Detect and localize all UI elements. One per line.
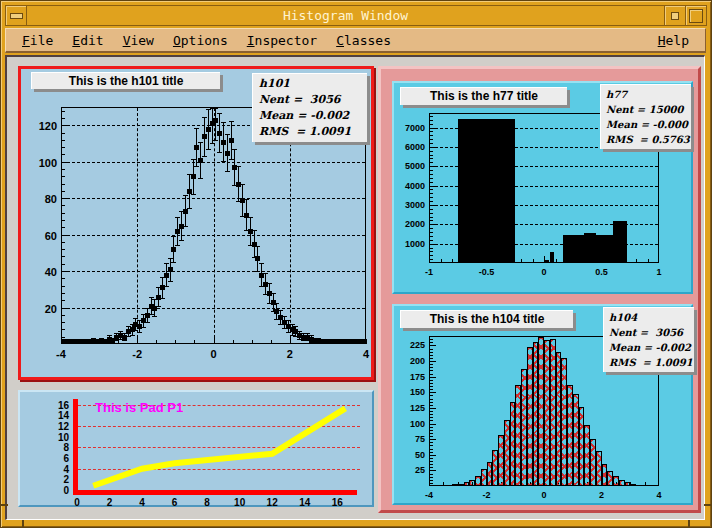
menu-bar: File Edit View Options Inspector Classes… bbox=[5, 28, 706, 53]
tick bbox=[430, 240, 433, 241]
h77-title-box[interactable]: This is the h77 title bbox=[400, 87, 567, 105]
tick bbox=[62, 133, 65, 134]
menu-edit[interactable]: Edit bbox=[72, 33, 103, 48]
pad-p1[interactable]: This is Pad P1 0246810121416024681012141… bbox=[18, 390, 374, 507]
ecap bbox=[202, 156, 207, 157]
tick bbox=[156, 340, 157, 343]
ticklabel: 40 bbox=[17, 266, 57, 278]
tick bbox=[62, 242, 65, 243]
h77-stats-box[interactable]: h77 Nent = 15000 Mean = -0.000 RMS = 0.5… bbox=[600, 84, 691, 149]
bar bbox=[596, 235, 613, 262]
tick bbox=[430, 392, 436, 393]
frame-notch[interactable] bbox=[688, 520, 690, 527]
ecap bbox=[160, 298, 165, 299]
ticklabel: 20 bbox=[17, 303, 57, 315]
ticklabel: 16 bbox=[33, 400, 69, 411]
sq bbox=[221, 140, 226, 145]
canvas-area[interactable]: This is the h101 title h101 Nent = 3056 … bbox=[5, 55, 705, 520]
maximize-button[interactable] bbox=[685, 6, 706, 25]
h104-stats-box[interactable]: h104 Nent = 3056 Mean = -0.002 RMS = 1.0… bbox=[603, 307, 694, 372]
ecap bbox=[168, 258, 173, 259]
tick bbox=[430, 442, 433, 443]
tick bbox=[137, 337, 138, 343]
pad-h77[interactable]: This is the h77 title h77 Nent = 15000 M… bbox=[392, 81, 693, 294]
tick bbox=[430, 255, 433, 256]
ecap bbox=[255, 271, 260, 272]
tick bbox=[430, 147, 436, 148]
pad-h101[interactable]: This is the h101 title h101 Nent = 3056 … bbox=[18, 66, 374, 380]
ecap bbox=[267, 283, 272, 284]
h104-title-box[interactable]: This is the h104 title bbox=[400, 310, 573, 328]
tick bbox=[430, 166, 436, 167]
h101-stats-box[interactable]: h101 Nent = 3056 Mean = -0.002 RMS = 1.0… bbox=[252, 73, 367, 142]
menu-help[interactable]: Help bbox=[658, 33, 689, 48]
h101-title-box[interactable]: This is the h101 title bbox=[31, 72, 220, 89]
ticklabel: 7000 bbox=[385, 123, 425, 133]
ticklabel: 8 bbox=[33, 442, 69, 453]
ticklabel: -4 bbox=[411, 490, 447, 500]
tick bbox=[533, 259, 534, 262]
ticklabel: 5000 bbox=[385, 161, 425, 171]
tick bbox=[430, 455, 436, 456]
menu-view[interactable]: View bbox=[123, 33, 154, 48]
tick bbox=[430, 236, 433, 237]
ticklabel: -4 bbox=[43, 348, 79, 360]
ecap bbox=[217, 152, 222, 153]
stats-line: RMS = 1.0091 bbox=[609, 355, 689, 370]
ecap bbox=[171, 236, 176, 237]
ecap bbox=[122, 340, 127, 341]
ticklabel: 150 bbox=[385, 387, 425, 397]
pad-pink[interactable]: This is the h77 title h77 Nent = 15000 M… bbox=[378, 66, 701, 513]
menu-file[interactable]: File bbox=[22, 33, 53, 48]
window-title: Histogram Window bbox=[27, 6, 664, 25]
ecap bbox=[297, 331, 302, 332]
title-bar[interactable]: Histogram Window bbox=[5, 5, 707, 26]
tick bbox=[430, 217, 433, 218]
tick bbox=[62, 118, 65, 119]
ticklabel: 75 bbox=[385, 434, 425, 444]
minimize-button[interactable] bbox=[664, 6, 685, 25]
sq bbox=[168, 267, 173, 272]
ecap bbox=[179, 240, 184, 241]
ticklabel: 2 bbox=[33, 474, 69, 485]
ticklabel: 1 bbox=[641, 267, 677, 277]
tick bbox=[430, 414, 433, 415]
pad-h104[interactable]: This is the h104 title h104 Nent = 3056 … bbox=[392, 304, 693, 505]
ticklabel: 0.5 bbox=[584, 267, 620, 277]
ticklabel: 0 bbox=[59, 497, 95, 508]
menu-inspector[interactable]: Inspector bbox=[247, 33, 317, 48]
ecap bbox=[156, 306, 161, 307]
tick bbox=[430, 361, 436, 362]
ecap bbox=[255, 246, 260, 247]
frame-notch[interactable] bbox=[704, 504, 711, 506]
p1axis bbox=[73, 399, 78, 495]
ecap bbox=[221, 122, 226, 123]
ecap bbox=[130, 335, 135, 336]
bar bbox=[584, 233, 596, 262]
sq bbox=[202, 134, 207, 139]
stats-line: RMS = 0.5763 bbox=[606, 132, 686, 147]
ecap bbox=[141, 327, 146, 328]
bar bbox=[458, 119, 516, 262]
ecap bbox=[225, 171, 230, 172]
frame-notch[interactable] bbox=[22, 520, 24, 527]
tick bbox=[430, 352, 433, 353]
bar bbox=[613, 221, 627, 262]
tick bbox=[430, 480, 433, 481]
sq bbox=[171, 247, 176, 252]
tick bbox=[430, 408, 436, 409]
ecap bbox=[183, 195, 188, 196]
tick bbox=[62, 293, 65, 294]
menu-classes[interactable]: Classes bbox=[336, 33, 391, 48]
tick bbox=[430, 224, 436, 225]
tick bbox=[62, 271, 68, 272]
ticklabel: 2 bbox=[272, 348, 308, 360]
p1-title[interactable]: This is Pad P1 bbox=[95, 400, 183, 415]
tick bbox=[62, 300, 65, 301]
window-menu-button[interactable] bbox=[6, 6, 27, 25]
ticklabel: 4 bbox=[33, 464, 69, 475]
frame-notch[interactable] bbox=[1, 504, 8, 506]
tick bbox=[430, 209, 433, 210]
menu-options[interactable]: Options bbox=[173, 33, 228, 48]
ticklabel: 10 bbox=[222, 497, 258, 508]
